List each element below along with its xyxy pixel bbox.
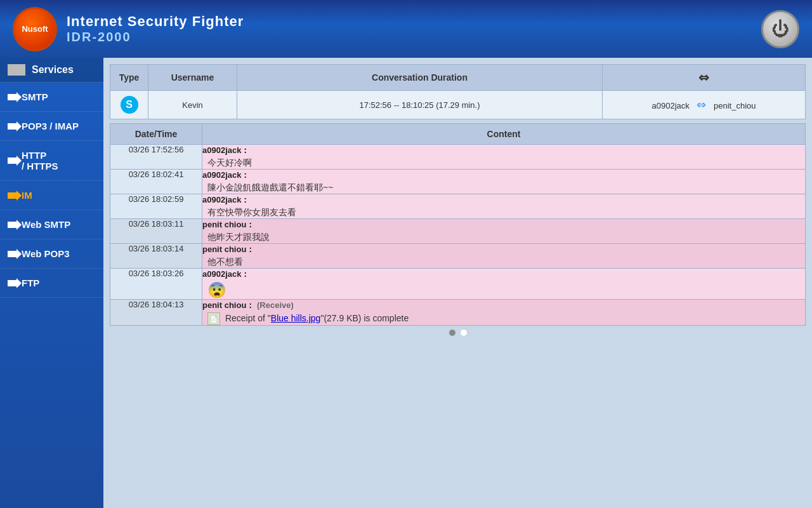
arrow-icon [8, 156, 22, 166]
svg-marker-6 [8, 278, 22, 288]
col-duration: Conversation Duration [237, 65, 603, 91]
chat-sender: penit chiou： [202, 219, 805, 231]
chat-datetime: 03/26 18:04:13 [110, 300, 202, 326]
chat-sender: penit chiou： [202, 244, 805, 255]
peers-header-icon: ⇔ [698, 70, 709, 84]
sidebar-item-label: Web POP3 [22, 248, 70, 259]
file-link[interactable]: Blue hills.jpg [271, 313, 321, 323]
sidebar-item-label: POP3 / IMAP [22, 121, 79, 131]
svg-marker-2 [8, 156, 22, 166]
logo-text: Nusoft [22, 24, 48, 34]
arrow-icon [8, 278, 22, 288]
chat-sender: a0902jack： [202, 145, 805, 156]
pagination [110, 326, 806, 337]
chat-message-row: 03/26 18:03:26 a0902jack： 😨 [110, 269, 806, 300]
receipt-text-suffix: "(27.9 KB) is complete [320, 313, 409, 323]
col-type: Type [110, 65, 148, 91]
chat-file-receipt: 📄 Receipt of "Blue hills.jpg"(27.9 KB) i… [207, 312, 805, 325]
svg-marker-5 [8, 249, 22, 259]
chat-datetime: 03/26 18:02:41 [110, 170, 202, 194]
arrow-icon [8, 92, 22, 102]
sidebar-item-pop3imap[interactable]: POP3 / IMAP [0, 112, 103, 141]
sidebar-item-im[interactable]: IM [0, 181, 103, 210]
sidebar-item-smtp[interactable]: SMTP [0, 83, 103, 112]
chat-message-row: 03/26 18:04:13 penit chiou： (Receive) 📄 … [110, 300, 806, 326]
chat-text: 今天好冷啊 [207, 157, 805, 169]
device-model: IDR-2000 [67, 30, 244, 44]
col-username: Username [148, 65, 237, 91]
sidebar-item-label: Web SMTP [22, 219, 70, 230]
sidebar-item-httphttps[interactable]: HTTP/ HTTPS [0, 141, 103, 181]
sidebar-item-ftp[interactable]: FTP [0, 269, 103, 298]
arrow-icon [8, 190, 22, 201]
conv-type-cell: S [110, 91, 148, 119]
conv-peers: a0902jack ⇔ penit_chiou [603, 91, 806, 119]
sidebar-item-websmtp[interactable]: Web SMTP [0, 210, 103, 239]
header-text-block: Internet Security Fighter IDR-2000 [67, 13, 244, 44]
power-button[interactable]: ⏻ [761, 10, 799, 48]
chat-content: penit chiou： 他不想看 [202, 244, 806, 269]
chat-datetime: 03/26 18:03:26 [110, 269, 202, 300]
receipt-text-prefix: Receipt of " [225, 313, 271, 323]
chat-sender: penit chiou： (Receive) [202, 300, 805, 311]
sidebar-item-label: FTP [22, 277, 39, 288]
chat-text: 有空快帶你女朋友去看 [207, 207, 805, 218]
app-title: Internet Security Fighter [67, 13, 244, 30]
chat-content: a0902jack： 有空快帶你女朋友去看 [202, 194, 806, 219]
pagination-dot-1[interactable] [449, 330, 455, 336]
sidebar-item-label: HTTP/ HTTPS [22, 150, 58, 171]
header: Nusoft Internet Security Fighter IDR-200… [0, 0, 812, 58]
chat-datetime: 03/26 18:03:11 [110, 219, 202, 244]
services-label: Services [32, 64, 74, 76]
chat-content: a0902jack： 陳小金說飢餓遊戲還不錯看耶~~ [202, 170, 806, 194]
chat-text: 陳小金說飢餓遊戲還不錯看耶~~ [207, 182, 805, 194]
sidebar-item-label: SMTP [22, 91, 48, 102]
col-datetime: Date/Time [110, 124, 202, 145]
chat-sender: a0902jack： [202, 170, 805, 181]
conversation-row[interactable]: S Kevin 17:52:56 -- 18:10:25 (17.29 min.… [110, 91, 806, 119]
main-layout: Services SMTP POP3 / IMAP HTTP/ HTTPS IM [0, 58, 812, 508]
chat-datetime: 03/26 17:52:56 [110, 145, 202, 170]
svg-marker-4 [8, 220, 22, 230]
chat-message-row: 03/26 17:52:56 a0902jack： 今天好冷啊 [110, 145, 806, 170]
arrow-icon [8, 121, 22, 131]
skype-icon: S [121, 96, 138, 114]
chat-emoji: 😨 [207, 281, 805, 299]
chat-text: 他昨天才跟我說 [207, 232, 805, 243]
arrow-icon [8, 220, 22, 230]
sidebar-item-webpop3[interactable]: Web POP3 [0, 239, 103, 269]
power-icon: ⏻ [771, 18, 789, 39]
col-content: Content [202, 124, 806, 145]
peer-arrow-icon: ⇔ [697, 98, 706, 111]
svg-marker-0 [8, 92, 22, 102]
sidebar-item-label: IM [22, 190, 32, 201]
col-peers: ⇔ [603, 65, 806, 91]
chat-datetime: 03/26 18:02:59 [110, 194, 202, 219]
chat-content: penit chiou： (Receive) 📄 Receipt of "Blu… [202, 300, 806, 326]
content-area: Type Username Conversation Duration ⇔ S … [103, 58, 812, 508]
sidebar: Services SMTP POP3 / IMAP HTTP/ HTTPS IM [0, 58, 103, 508]
svg-marker-3 [8, 190, 22, 201]
chat-sender: a0902jack： [202, 194, 805, 206]
chat-message-row: 03/26 18:02:59 a0902jack： 有空快帶你女朋友去看 [110, 194, 806, 219]
chat-content: a0902jack： 😨 [202, 269, 806, 300]
chat-message-row: 03/26 18:03:11 penit chiou： 他昨天才跟我說 [110, 219, 806, 244]
hamburger-icon [8, 64, 25, 76]
peer-b: penit_chiou [714, 101, 756, 110]
chat-log-table: Date/Time Content 03/26 17:52:56 a0902ja… [110, 123, 806, 326]
chat-datetime: 03/26 18:03:14 [110, 244, 202, 269]
pagination-dot-2[interactable] [461, 330, 467, 336]
svg-marker-1 [8, 121, 22, 131]
chat-text: 他不想看 [207, 257, 805, 268]
chat-sender: a0902jack： [202, 269, 805, 280]
chat-content: a0902jack： 今天好冷啊 [202, 145, 806, 170]
arrow-icon [8, 249, 22, 259]
logo: Nusoft [13, 7, 57, 51]
services-section: Services [0, 58, 103, 83]
conversation-table: Type Username Conversation Duration ⇔ S … [110, 64, 806, 119]
peer-a: a0902jack [652, 101, 689, 110]
chat-content: penit chiou： 他昨天才跟我說 [202, 219, 806, 244]
receive-label: (Receive) [257, 300, 294, 310]
conv-username: Kevin [148, 91, 237, 119]
file-icon: 📄 [207, 312, 220, 325]
